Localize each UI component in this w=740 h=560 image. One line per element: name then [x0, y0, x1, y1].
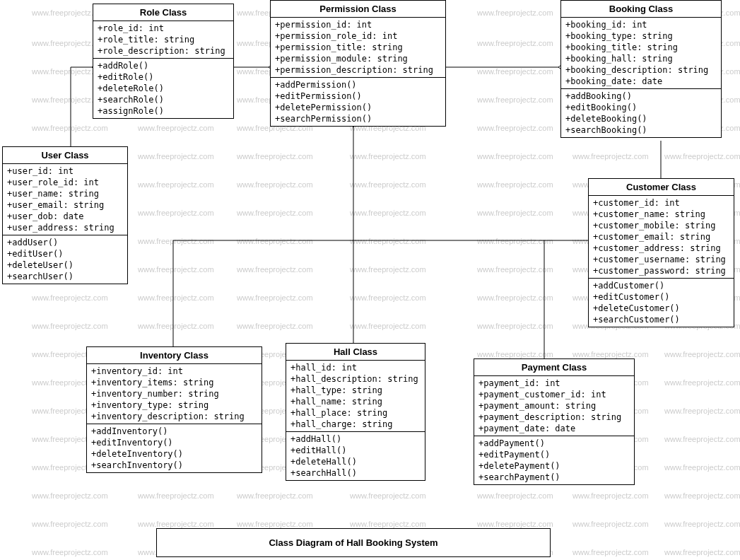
class-line: +customer_id: int — [593, 197, 729, 209]
watermark: www.freeprojectz.com — [138, 152, 214, 161]
class-line: +deleteInventory() — [91, 448, 257, 460]
attrs: +inventory_id: int+inventory_items: stri… — [87, 364, 262, 424]
methods: +addPayment()+editPayment()+deletePaymen… — [474, 436, 634, 484]
booking-class: Booking Class +booking_id: int+booking_t… — [560, 0, 722, 138]
class-line: +editHall() — [290, 445, 421, 456]
watermark: www.freeprojectz.com — [237, 237, 313, 245]
watermark: www.freeprojectz.com — [32, 520, 108, 528]
class-line: +addRole() — [98, 60, 229, 71]
watermark: www.freeprojectz.com — [477, 124, 553, 132]
diagram-title: Class Diagram of Hall Booking System — [156, 528, 551, 557]
class-line: +editRole() — [98, 71, 229, 83]
class-line: +searchHall() — [290, 467, 421, 479]
class-line: +booking_description: string — [565, 64, 717, 76]
attrs: +payment_id: int+payment_customer_id: in… — [474, 376, 634, 436]
class-line: +customer_username: string — [593, 254, 729, 265]
watermark: www.freeprojectz.com — [477, 322, 553, 330]
watermark: www.freeprojectz.com — [477, 39, 553, 47]
class-line: +editBooking() — [565, 102, 717, 113]
watermark: www.freeprojectz.com — [572, 152, 649, 161]
watermark: www.freeprojectz.com — [32, 491, 108, 500]
watermark: www.freeprojectz.com — [138, 322, 214, 330]
watermark: www.freeprojectz.com — [138, 180, 214, 189]
methods: +addHall()+editHall()+deleteHall()+searc… — [286, 432, 425, 480]
watermark: www.freeprojectz.com — [664, 350, 740, 358]
watermark: www.freeprojectz.com — [664, 378, 740, 387]
role-class: Role Class +role_id: int+role_title: str… — [93, 4, 234, 119]
watermark: www.freeprojectz.com — [477, 491, 553, 500]
watermark: www.freeprojectz.com — [477, 265, 553, 274]
class-title: Inventory Class — [87, 347, 262, 364]
attrs: +hall_id: int+hall_description: string+h… — [286, 361, 425, 432]
watermark: www.freeprojectz.com — [572, 350, 649, 358]
class-line: +addBooking() — [565, 91, 717, 102]
class-line: +inventory_description: string — [91, 411, 257, 422]
watermark: www.freeprojectz.com — [664, 491, 740, 500]
class-line: +hall_name: string — [290, 396, 421, 407]
watermark: www.freeprojectz.com — [32, 322, 108, 330]
class-line: +customer_name: string — [593, 209, 729, 220]
watermark: www.freeprojectz.com — [237, 491, 313, 500]
class-title: Customer Class — [589, 179, 734, 196]
class-line: +deleteCustomer() — [593, 303, 729, 314]
class-line: +user_email: string — [7, 199, 123, 211]
class-line: +editCustomer() — [593, 291, 729, 303]
class-line: +assignRole() — [98, 105, 229, 117]
class-line: +deleteHall() — [290, 456, 421, 467]
class-line: +addHall() — [290, 433, 421, 445]
watermark: www.freeprojectz.com — [664, 407, 740, 415]
class-line: +editPermission() — [275, 91, 441, 102]
methods: +addRole()+editRole()+deleteRole()+searc… — [93, 59, 233, 118]
watermark: www.freeprojectz.com — [572, 491, 649, 500]
attrs: +permission_id: int+permission_role_id: … — [271, 18, 445, 78]
watermark: www.freeprojectz.com — [350, 152, 426, 161]
class-line: +booking_date: date — [565, 76, 717, 87]
watermark: www.freeprojectz.com — [664, 435, 740, 443]
watermark: www.freeprojectz.com — [664, 520, 740, 528]
watermark: www.freeprojectz.com — [138, 209, 214, 217]
class-line: +addPermission() — [275, 79, 441, 91]
watermark: www.freeprojectz.com — [477, 152, 553, 161]
class-line: +permission_id: int — [275, 19, 441, 30]
class-line: +payment_amount: string — [478, 400, 630, 412]
class-line: +permission_role_id: int — [275, 30, 441, 42]
watermark: www.freeprojectz.com — [237, 265, 313, 274]
class-line: +customer_address: string — [593, 243, 729, 254]
class-line: +deleteBooking() — [565, 113, 717, 124]
class-line: +payment_id: int — [478, 378, 630, 389]
class-line: +searchPermission() — [275, 113, 441, 124]
class-line: +user_dob: date — [7, 211, 123, 222]
permission-class: Permission Class +permission_id: int+per… — [270, 0, 446, 127]
payment-class: Payment Class +payment_id: int+payment_c… — [474, 358, 635, 485]
methods: +addBooking()+editBooking()+deleteBookin… — [561, 89, 721, 137]
class-line: +booking_hall: string — [565, 53, 717, 64]
watermark: www.freeprojectz.com — [350, 180, 426, 189]
watermark: www.freeprojectz.com — [237, 520, 313, 528]
watermark: www.freeprojectz.com — [477, 293, 553, 302]
class-line: +hall_place: string — [290, 407, 421, 419]
watermark: www.freeprojectz.com — [138, 520, 214, 528]
class-line: +user_role_id: int — [7, 177, 123, 188]
watermark: www.freeprojectz.com — [477, 8, 553, 17]
class-line: +editInventory() — [91, 437, 257, 448]
class-line: +role_title: string — [98, 34, 229, 45]
watermark: www.freeprojectz.com — [350, 237, 426, 245]
class-line: +searchPayment() — [478, 472, 630, 483]
class-line: +permission_module: string — [275, 53, 441, 64]
class-line: +searchUser() — [7, 271, 123, 282]
watermark: www.freeprojectz.com — [350, 322, 426, 330]
watermark: www.freeprojectz.com — [350, 265, 426, 274]
attrs: +customer_id: int+customer_name: string+… — [589, 196, 734, 279]
watermark: www.freeprojectz.com — [350, 293, 426, 302]
class-title: Hall Class — [286, 344, 425, 361]
watermark: www.freeprojectz.com — [138, 124, 214, 132]
watermark: www.freeprojectz.com — [664, 463, 740, 472]
customer-class: Customer Class +customer_id: int+custome… — [588, 178, 734, 327]
class-line: +customer_email: string — [593, 231, 729, 243]
watermark: www.freeprojectz.com — [477, 350, 553, 358]
hall-class: Hall Class +hall_id: int+hall_descriptio… — [286, 343, 425, 481]
class-line: +inventory_type: string — [91, 399, 257, 411]
class-line: +deleteRole() — [98, 83, 229, 94]
watermark: www.freeprojectz.com — [477, 209, 553, 217]
watermark: www.freeprojectz.com — [572, 520, 649, 528]
